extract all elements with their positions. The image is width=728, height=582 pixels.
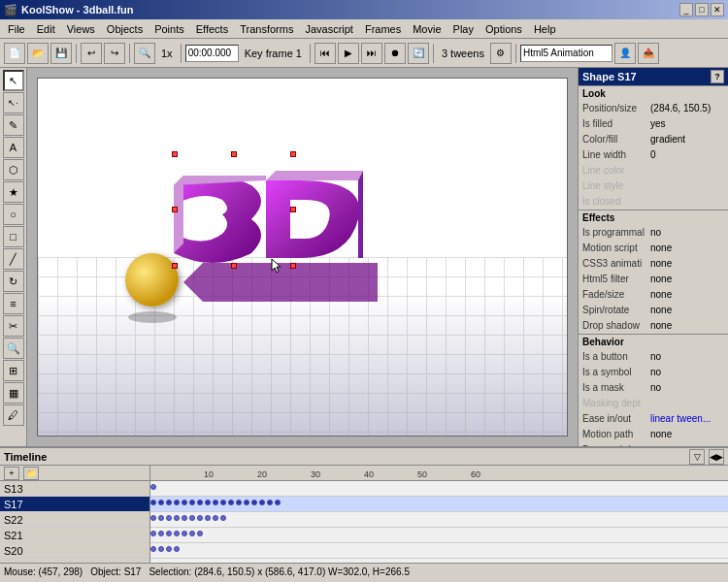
layer-folder-button[interactable]: 📁 xyxy=(23,467,39,480)
menu-movie[interactable]: Movie xyxy=(407,21,447,37)
tweens-label: 3 tweens xyxy=(438,48,488,59)
gradient-tool[interactable]: ≡ xyxy=(3,293,24,314)
undo-button[interactable]: ↩ xyxy=(81,43,102,64)
ease-inout-label: Ease in/out xyxy=(582,412,650,426)
timeline-collapse-button[interactable]: ▽ xyxy=(689,449,705,465)
drag-drop-label: Drag and dro xyxy=(582,443,650,446)
canvas-content[interactable] xyxy=(38,79,567,436)
cut-tool[interactable]: ✂ xyxy=(3,315,24,337)
add-layer-button[interactable]: + xyxy=(4,467,19,480)
ruler-mark-50: 50 xyxy=(417,469,427,479)
polygon-tool[interactable]: ⬡ xyxy=(3,159,24,180)
star-tool[interactable]: ★ xyxy=(3,181,24,203)
spin-rotate-row: Spin/rotate none xyxy=(579,303,728,318)
menu-transforms[interactable]: Transforms xyxy=(234,21,299,37)
save-button[interactable]: 💾 xyxy=(50,43,72,64)
fill-tool[interactable]: ▦ xyxy=(3,382,24,404)
select-tool[interactable]: ↖ xyxy=(3,70,24,91)
fade-size-value: none xyxy=(650,288,672,302)
is-filled-row: Is filled yes xyxy=(579,116,728,132)
position-size-label: Position/size xyxy=(582,102,650,115)
toolbar: 📄 📂 💾 ↩ ↪ 🔍 1x Key frame 1 ⏮ ▶ ⏭ ⏺ 🔄 3 t… xyxy=(0,39,728,68)
rotate-tool[interactable]: ↻ xyxy=(3,271,24,292)
track-s13[interactable] xyxy=(150,481,728,497)
timeline-layer-s17[interactable]: S17 xyxy=(0,497,149,512)
play-button[interactable]: ▶ xyxy=(338,43,359,64)
dot xyxy=(182,500,187,505)
panel-help-button[interactable]: ? xyxy=(711,70,724,83)
sel-handle-br xyxy=(290,263,296,269)
animation-name-input[interactable] xyxy=(520,45,612,62)
tracks-ruler: 10 20 30 40 50 60 xyxy=(150,466,728,481)
masking-depth-label: Masking dept xyxy=(582,397,650,410)
menu-javascript[interactable]: Javascript xyxy=(299,21,359,37)
circle-tool[interactable]: ○ xyxy=(3,204,24,225)
menu-effects[interactable]: Effects xyxy=(190,21,234,37)
menu-frames[interactable]: Frames xyxy=(359,21,407,37)
is-closed-label: Is closed xyxy=(582,195,650,209)
time-input[interactable] xyxy=(185,45,239,62)
zoom-button[interactable]: 🔍 xyxy=(134,43,155,64)
next-frame-button[interactable]: ⏭ xyxy=(361,43,382,64)
track-s21[interactable] xyxy=(150,528,728,543)
text-tool[interactable]: A xyxy=(3,137,24,158)
timeline-expand-button[interactable]: ◀▶ xyxy=(709,449,724,465)
menu-play[interactable]: Play xyxy=(447,21,480,37)
line-tool[interactable]: ╱ xyxy=(3,248,24,270)
menu-objects[interactable]: Objects xyxy=(101,21,149,37)
pen-tool[interactable]: 🖊 xyxy=(3,404,24,426)
selection-info: Selection: (284.6, 150.5) x (586.6, 417.… xyxy=(149,566,410,577)
cursor xyxy=(271,258,279,266)
minimize-button[interactable]: _ xyxy=(679,3,693,16)
track-s20[interactable] xyxy=(150,543,728,559)
sel-handle-tl xyxy=(172,151,178,157)
toolbar-sep-3 xyxy=(181,44,182,63)
toolbar-sep-2 xyxy=(129,44,130,63)
track-s17[interactable] xyxy=(150,497,728,512)
track-s22[interactable] xyxy=(150,512,728,528)
canvas-area[interactable] xyxy=(27,68,578,446)
dot xyxy=(174,531,180,536)
dot xyxy=(197,515,203,521)
close-button[interactable]: ✕ xyxy=(711,3,724,16)
export-button[interactable]: 📤 xyxy=(638,43,659,64)
menu-edit[interactable]: Edit xyxy=(31,21,61,37)
menu-file[interactable]: File xyxy=(2,21,31,37)
menu-options[interactable]: Options xyxy=(480,21,528,37)
redo-button[interactable]: ↪ xyxy=(104,43,125,64)
timeline-layer-s22[interactable]: S22 xyxy=(0,512,149,528)
menu-points[interactable]: Points xyxy=(149,21,190,37)
prev-frame-button[interactable]: ⏮ xyxy=(314,43,336,64)
motion-script-row: Motion script none xyxy=(579,241,728,256)
drag-drop-value: no xyxy=(650,443,661,446)
user-button[interactable]: 👤 xyxy=(614,43,636,64)
window-controls[interactable]: _ □ ✕ xyxy=(679,3,724,16)
panel-header: Shape S17 ? xyxy=(579,68,728,85)
dot xyxy=(236,500,242,505)
menu-views[interactable]: Views xyxy=(61,21,101,37)
keyframe-label: Key frame 1 xyxy=(241,48,306,59)
open-button[interactable]: 📂 xyxy=(27,43,49,64)
dot xyxy=(150,531,156,536)
rect-tool[interactable]: □ xyxy=(3,226,24,247)
grid-tool[interactable]: ⊞ xyxy=(3,360,24,381)
layer-s13-label: S13 xyxy=(4,483,23,495)
draw-tool[interactable]: ✎ xyxy=(3,114,24,136)
maximize-button[interactable]: □ xyxy=(695,3,709,16)
3d-text-shape[interactable] xyxy=(135,137,407,360)
timeline: Timeline ▽ ◀▶ + 📁 S13 S17 S22 S21 xyxy=(0,446,728,563)
is-programmal-label: Is programmal xyxy=(582,226,650,240)
zoom-tool[interactable]: 🔍 xyxy=(3,338,24,359)
app-title: 🎬 KoolShow - 3dball.fun xyxy=(4,4,134,16)
timeline-layer-s13[interactable]: S13 xyxy=(0,481,149,497)
loop-button[interactable]: 🔄 xyxy=(408,43,429,64)
record-button[interactable]: ⏺ xyxy=(384,43,406,64)
menu-help[interactable]: Help xyxy=(528,21,562,37)
subselect-tool[interactable]: ↖· xyxy=(3,92,24,113)
timeline-layer-s20[interactable]: S20 xyxy=(0,543,149,559)
tween-settings-button[interactable]: ⚙ xyxy=(490,43,512,64)
sel-handle-ml xyxy=(172,207,178,212)
new-button[interactable]: 📄 xyxy=(4,43,25,64)
timeline-layer-s21[interactable]: S21 xyxy=(0,528,149,543)
color-fill-label: Color/fill xyxy=(582,133,650,146)
